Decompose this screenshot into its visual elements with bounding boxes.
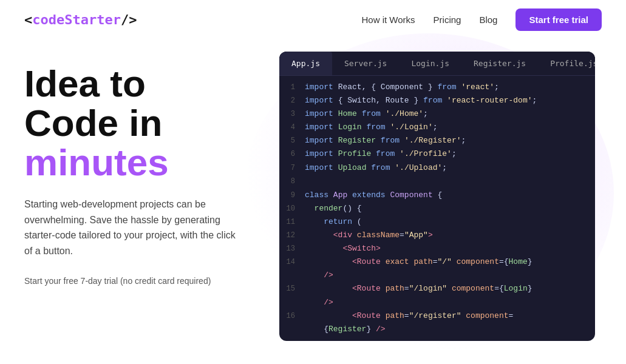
- code-content: 1 import React, { Component } from 'reac…: [279, 76, 595, 341]
- code-editor: App.js Server.js Login.js Register.js Pr…: [279, 52, 595, 341]
- nav-blog[interactable]: Blog: [479, 15, 497, 25]
- code-line-7: 7 import Upload from './Upload';: [279, 161, 595, 175]
- code-line-3: 3 import Home from './Home';: [279, 107, 595, 121]
- nav-how-it-works[interactable]: How it Works: [361, 15, 415, 25]
- tab-appjs[interactable]: App.js: [279, 52, 332, 75]
- site-header: <codeStarter/> How it Works Pricing Blog…: [0, 0, 626, 39]
- code-line-16: 16 <Route path="/register" component=: [279, 309, 595, 323]
- hero-section: Idea to Code in minutes Starting web-dev…: [24, 52, 255, 286]
- code-line-11: 11 return (: [279, 215, 595, 229]
- code-line-15: 15 <Route path="/login" component={Login…: [279, 282, 595, 295]
- editor-tabs: App.js Server.js Login.js Register.js Pr…: [279, 52, 595, 76]
- code-line-15b: />: [279, 296, 595, 309]
- tab-profilejs[interactable]: Profile.js: [538, 52, 595, 75]
- code-line-10: 10 render() {: [279, 202, 595, 215]
- hero-subtitle: Starting web-development projects can be…: [24, 197, 243, 258]
- code-line-9: 9 class App extends Component {: [279, 189, 595, 202]
- code-line-2: 2 import { Switch, Route } from 'react-r…: [279, 94, 595, 107]
- code-line-8: 8: [279, 175, 595, 189]
- code-line-16b: {Register} />: [279, 323, 595, 336]
- hero-heading: Idea to Code in minutes: [24, 64, 255, 182]
- hero-line2: Code in: [24, 102, 162, 144]
- code-line-6: 6 import Profile from './Profile';: [279, 147, 595, 161]
- nav-pricing[interactable]: Pricing: [434, 15, 461, 25]
- tab-loginjs[interactable]: Login.js: [399, 52, 461, 75]
- code-line-13: 13 <Switch>: [279, 242, 595, 255]
- code-line-1: 1 import React, { Component } from 'reac…: [279, 81, 595, 94]
- code-line-14: 14 <Route exact path="/" component={Home…: [279, 255, 595, 269]
- logo: <codeStarter/>: [24, 12, 137, 27]
- code-line-14b: />: [279, 269, 595, 282]
- main-content: Idea to Code in minutes Starting web-dev…: [0, 39, 626, 341]
- trial-note: Start your free 7-day trial (no credit c…: [24, 276, 255, 286]
- tab-registerjs[interactable]: Register.js: [461, 52, 538, 75]
- hero-line3: minutes: [24, 141, 169, 183]
- hero-line1: Idea to: [24, 62, 146, 104]
- start-trial-button[interactable]: Start free trial: [515, 8, 602, 31]
- code-panel-wrapper: App.js Server.js Login.js Register.js Pr…: [279, 52, 602, 341]
- code-line-12: 12 <div className="App">: [279, 229, 595, 242]
- main-nav: How it Works Pricing Blog Start free tri…: [361, 8, 602, 31]
- code-line-4: 4 import Login from './Login';: [279, 121, 595, 134]
- tab-serverjs[interactable]: Server.js: [332, 52, 399, 75]
- code-line-5: 5 import Register from './Register';: [279, 134, 595, 147]
